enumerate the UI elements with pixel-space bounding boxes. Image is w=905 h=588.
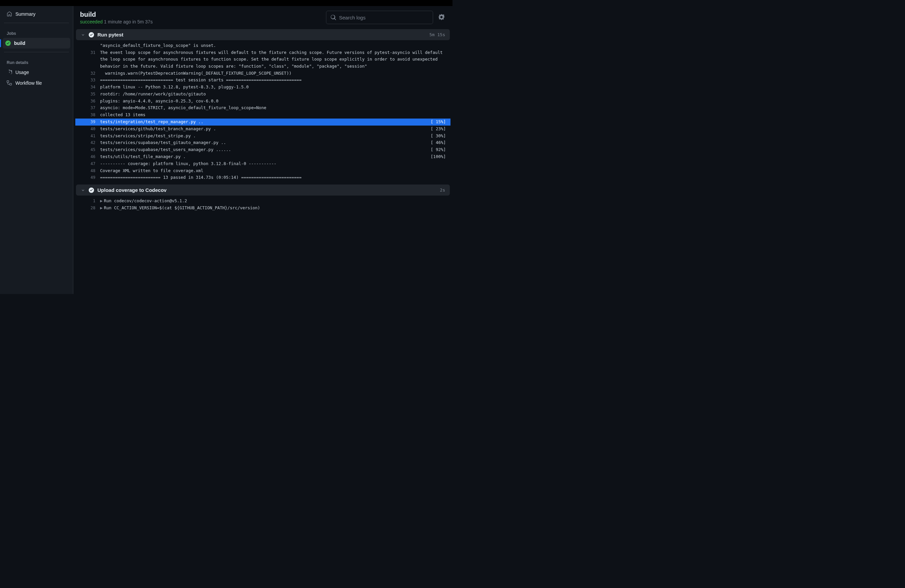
step-label: Run pytest <box>97 32 124 38</box>
log-line: 38collected 13 items <box>75 111 451 119</box>
line-number: 39 <box>85 119 95 126</box>
test-pct: [100%] <box>431 153 446 161</box>
log-body-run-pytest: "asyncio_default_fixture_loop_scope" is … <box>75 41 451 183</box>
stopwatch-icon <box>7 70 12 75</box>
log-line: 42tests/services/supabase/test_gitauto_m… <box>75 139 451 146</box>
test-path: tests/services/github/test_branch_manage… <box>100 126 431 133</box>
log-line: 41tests/services/stripe/test_stripe.py .… <box>75 133 451 140</box>
line-number: 49 <box>85 175 95 181</box>
line-text: asyncio: mode=Mode.STRICT, asyncio_defau… <box>100 105 446 111</box>
line-text: tests/integration/test_repo_manager.py .… <box>100 119 446 126</box>
line-number: 38 <box>85 112 95 119</box>
search-logs-input[interactable] <box>339 15 429 21</box>
log-line: 33============================= test ses… <box>75 77 451 84</box>
line-text: ▶Run CC_ACTION_VERSION=$(cat ${GITHUB_AC… <box>100 205 446 211</box>
step-header-upload-codecov[interactable]: Upload coverage to Codecov 2s <box>76 184 450 195</box>
line-number: 41 <box>85 133 95 140</box>
sidebar-summary-label: Summary <box>15 11 35 17</box>
settings-button[interactable] <box>437 13 446 22</box>
sidebar-job-label: build <box>14 41 25 46</box>
duration-text: 5m 37s <box>137 19 152 24</box>
line-text: plugins: anyio-4.4.0, asyncio-0.25.3, co… <box>100 98 446 105</box>
workflow-icon <box>7 80 12 86</box>
line-number: 31 <box>85 49 95 56</box>
line-text: ▶Run codecov/codecov-action@v5.1.2 <box>100 197 446 205</box>
sidebar-job-build[interactable]: build <box>3 38 70 49</box>
sidebar-workflow-file-label: Workflow file <box>15 80 42 86</box>
home-icon <box>7 11 12 17</box>
check-circle-icon <box>89 188 94 193</box>
test-path: tests/services/supabase/test_users_manag… <box>100 146 431 153</box>
in-word: in <box>132 19 136 24</box>
test-path: tests/utils/test_file_manager.py . <box>100 153 431 161</box>
line-number: 34 <box>85 84 95 91</box>
line-number: 46 <box>85 154 95 161</box>
line-text: tests/services/supabase/test_users_manag… <box>100 146 446 153</box>
log-line: 40tests/services/github/test_branch_mana… <box>75 126 451 133</box>
line-text: ======================== 13 passed in 31… <box>100 174 446 181</box>
status-text: succeeded <box>80 19 103 24</box>
step-timing: 2s <box>440 188 445 192</box>
log-line: 46tests/utils/test_file_manager.py .[100… <box>75 153 451 161</box>
main-content: build succeeded 1 minute ago in 5m 37s R… <box>73 6 452 294</box>
step-timing: 5m 15s <box>429 32 445 37</box>
caret-right-icon: ▶ <box>100 198 103 203</box>
log-line: 39tests/integration/test_repo_manager.py… <box>75 119 451 126</box>
line-text: tests/utils/test_file_manager.py .[100%] <box>100 153 446 161</box>
chevron-down-icon <box>81 188 85 192</box>
sidebar-workflow-file-link[interactable]: Workflow file <box>4 78 69 88</box>
log-line: 48Coverage XML written to file coverage.… <box>75 167 451 175</box>
log-line: 34platform linux -- Python 3.12.8, pytes… <box>75 84 451 91</box>
step-label: Upload coverage to Codecov <box>97 187 167 193</box>
line-text: The event loop scope for asynchronous fi… <box>100 49 446 70</box>
sidebar-usage-label: Usage <box>15 70 29 75</box>
sidebar-usage-link[interactable]: Usage <box>4 67 69 78</box>
log-line-collapsible[interactable]: 1▶Run codecov/codecov-action@v5.1.2 <box>75 197 451 205</box>
sidebar: Summary Jobs build Run details Usage Wor… <box>0 6 73 294</box>
test-path: tests/integration/test_repo_manager.py .… <box>100 119 431 126</box>
check-circle-icon <box>5 41 11 46</box>
log-line-collapsible[interactable]: 28▶Run CC_ACTION_VERSION=$(cat ${GITHUB_… <box>75 205 451 211</box>
line-number: 40 <box>85 126 95 133</box>
line-text: platform linux -- Python 3.12.8, pytest-… <box>100 84 446 91</box>
line-text: ============================= test sessi… <box>100 77 446 84</box>
line-text: tests/services/supabase/test_gitauto_man… <box>100 139 446 146</box>
log-line: "asyncio_default_fixture_loop_scope" is … <box>75 42 451 49</box>
log-line: 36plugins: anyio-4.4.0, asyncio-0.25.3, … <box>75 98 451 105</box>
caret-right-icon: ▶ <box>100 205 103 210</box>
log-line: 45tests/services/supabase/test_users_man… <box>75 146 451 153</box>
page-title: build <box>80 11 152 18</box>
test-pct: [ 92%] <box>431 146 446 153</box>
search-logs-box[interactable] <box>326 11 433 24</box>
line-number: 45 <box>85 147 95 153</box>
line-number: 32 <box>85 70 95 77</box>
line-number: 37 <box>85 105 95 111</box>
check-circle-icon <box>89 32 94 38</box>
test-path: tests/services/supabase/test_gitauto_man… <box>100 139 431 146</box>
log-line: 49======================== 13 passed in … <box>75 174 451 181</box>
page-subtitle: succeeded 1 minute ago in 5m 37s <box>80 19 152 24</box>
log-line: 31The event loop scope for asynchronous … <box>75 49 451 70</box>
line-text: rootdir: /home/runner/work/gitauto/gitau… <box>100 91 446 98</box>
chevron-down-icon <box>81 32 85 37</box>
line-number: 48 <box>85 168 95 175</box>
line-text: tests/services/stripe/test_stripe.py .[ … <box>100 133 446 140</box>
sidebar-run-details-heading: Run details <box>4 56 69 67</box>
line-text: collected 13 items <box>100 111 446 119</box>
test-path: tests/services/stripe/test_stripe.py . <box>100 133 431 140</box>
test-pct: [ 46%] <box>431 139 446 146</box>
sidebar-jobs-heading: Jobs <box>4 27 69 38</box>
line-number: 42 <box>85 140 95 146</box>
sidebar-summary-link[interactable]: Summary <box>4 9 69 19</box>
search-icon <box>330 14 337 21</box>
line-number: 28 <box>85 205 95 211</box>
line-number: 35 <box>85 91 95 98</box>
line-number: 36 <box>85 98 95 105</box>
line-text: Coverage XML written to file coverage.xm… <box>100 167 446 175</box>
test-pct: [ 30%] <box>431 133 446 140</box>
log-line: 37asyncio: mode=Mode.STRICT, asyncio_def… <box>75 105 451 111</box>
step-header-run-pytest[interactable]: Run pytest 5m 15s <box>76 29 450 40</box>
log-line: 35rootdir: /home/runner/work/gitauto/git… <box>75 91 451 98</box>
line-text: warnings.warn(PytestDeprecationWarning(_… <box>100 70 446 77</box>
log-line: 47---------- coverage: platform linux, p… <box>75 161 451 167</box>
